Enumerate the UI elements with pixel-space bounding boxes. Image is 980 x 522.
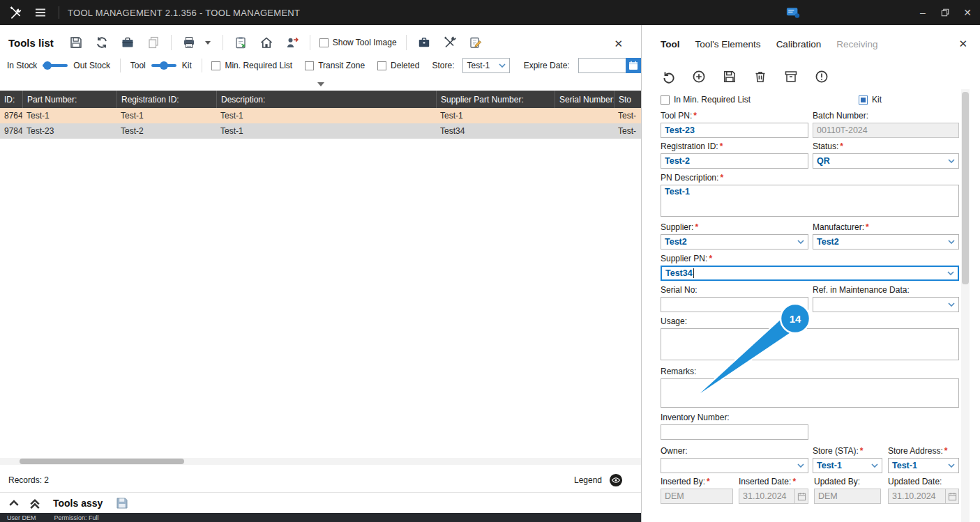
owner-select[interactable]	[661, 458, 808, 473]
legend-button[interactable]	[609, 473, 623, 487]
out-stock-label: Out Stock	[73, 61, 110, 70]
tool-pn-label: Tool PN:	[661, 111, 692, 121]
vertical-scrollbar[interactable]	[961, 89, 970, 522]
refresh-button[interactable]	[93, 34, 110, 51]
clipboard-button[interactable]	[232, 34, 249, 51]
export-user-button[interactable]	[284, 34, 301, 51]
edit-button[interactable]	[467, 34, 484, 51]
store-filter-select[interactable]: Test-1	[462, 58, 509, 73]
tools-assy-title: Tools assy	[53, 498, 103, 509]
notification-button[interactable]	[785, 4, 801, 21]
add-button[interactable]	[691, 69, 707, 84]
tool-case-button[interactable]	[416, 34, 432, 51]
deleted-checkbox[interactable]: Deleted	[377, 61, 419, 70]
registration-id-input[interactable]	[661, 153, 808, 169]
stock-toggle[interactable]	[43, 61, 68, 70]
inserted-date-value: 31.10.2024	[743, 491, 787, 501]
store-address-value: Test-1	[892, 461, 917, 470]
field-ref-maintenance: Ref. in Maintenance Data:	[813, 285, 959, 312]
column-header-supplier-part-number[interactable]: Supplier Part Number:	[436, 91, 555, 108]
column-header-serial-number[interactable]: Serial Number:	[555, 91, 614, 108]
close-button[interactable]: ✕	[956, 0, 979, 25]
restore-button[interactable]	[934, 0, 956, 25]
field-batch-number: Batch Number:	[813, 111, 959, 138]
store-address-select[interactable]: Test-1	[888, 458, 959, 473]
save-list-button[interactable]	[68, 34, 84, 51]
table-row[interactable]: 9784 Test-23 Test-2 Test-1 Test34 Test-	[0, 123, 641, 139]
menu-button[interactable]	[32, 4, 49, 21]
tool-case-icon	[417, 36, 431, 49]
column-header-part-number[interactable]: Part Number:	[22, 91, 116, 108]
tab-tools-elements[interactable]: Tool's Elements	[695, 39, 761, 49]
expire-date-input[interactable]	[578, 58, 641, 73]
assy-save-button[interactable]	[114, 495, 130, 512]
scrollbar-thumb[interactable]	[962, 92, 969, 284]
remarks-label: Remarks:	[661, 367, 696, 376]
ref-maintenance-select[interactable]	[813, 297, 959, 312]
tools-list-filters: In Stock Out Stock Tool Kit Min. Require…	[0, 56, 641, 75]
tools-assy-bar: Tools assy	[0, 492, 641, 513]
column-header-description[interactable]: Description:	[216, 91, 436, 108]
home-button[interactable]	[258, 34, 275, 51]
clipboard-icon	[234, 36, 248, 49]
expire-date-calendar-button[interactable]	[626, 58, 641, 73]
archive-button[interactable]	[783, 69, 799, 84]
tools-button[interactable]	[442, 34, 458, 51]
column-header-store[interactable]: Sto	[614, 91, 641, 108]
scrollbar-thumb[interactable]	[20, 459, 184, 464]
detail-close-button[interactable]: ✕	[958, 38, 967, 50]
save-detail-button[interactable]	[722, 69, 737, 84]
field-manufacturer: Manufacturer:* Test2	[813, 222, 959, 250]
column-header-registration-id[interactable]: Registration ID:	[116, 91, 216, 108]
required-mark: *	[693, 111, 697, 121]
serial-no-input[interactable]	[661, 297, 808, 312]
detail-options: In Min. Required List Kit	[661, 95, 959, 106]
copy-button[interactable]	[145, 34, 162, 51]
field-updated-by: Updated By:	[814, 477, 881, 504]
tool-pn-input[interactable]	[661, 123, 808, 138]
show-tool-image-checkbox[interactable]: Show Tool Image	[319, 38, 397, 47]
toggle-knob	[43, 61, 52, 70]
updated-date-value: 31.10.2024	[892, 491, 936, 501]
tool-kit-toggle[interactable]	[151, 61, 176, 70]
text-cursor	[693, 268, 694, 278]
undo-button[interactable]	[661, 69, 676, 84]
tab-tool[interactable]: Tool	[661, 39, 680, 49]
transit-zone-checkbox[interactable]: Transit Zone	[305, 61, 365, 70]
manufacturer-select[interactable]: Test2	[813, 234, 959, 250]
tab-calibration[interactable]: Calibration	[776, 39, 822, 49]
chevron-down-icon	[948, 159, 955, 163]
remarks-textarea[interactable]	[661, 378, 959, 408]
tools-list-close-button[interactable]: ✕	[614, 38, 623, 50]
filter-collapse-handle[interactable]	[0, 80, 641, 89]
collapse-all-button[interactable]	[27, 495, 43, 512]
supplier-pn-select[interactable]: Test34	[661, 266, 959, 281]
print-options-button[interactable]	[206, 34, 213, 51]
status-select[interactable]: QR	[813, 153, 959, 169]
inventory-number-input[interactable]	[661, 424, 808, 440]
info-button[interactable]	[814, 69, 829, 84]
supplier-select[interactable]: Test2	[661, 234, 808, 250]
min-required-list-checkbox[interactable]: Min. Required List	[211, 61, 292, 70]
in-min-required-checkbox[interactable]: In Min. Required List	[661, 95, 751, 105]
column-header-id[interactable]: ID:	[0, 91, 22, 108]
delete-button[interactable]	[753, 69, 768, 84]
store-sta-select[interactable]: Test-1	[813, 458, 882, 473]
horizontal-scrollbar[interactable]	[0, 458, 641, 465]
toolbox-button[interactable]	[119, 34, 136, 51]
detail-toolbar	[661, 69, 829, 84]
table-row[interactable]: 8764 Test-1 Test-1 Test-1 Test-1 Test-	[0, 108, 641, 123]
print-button[interactable]	[181, 34, 197, 51]
tab-receiving: Receiving	[836, 39, 877, 49]
field-remarks: Remarks:	[661, 367, 959, 408]
cell-part-number: Test-1	[22, 108, 116, 123]
minimize-button[interactable]: –	[912, 0, 934, 25]
app-window: TOOL MANAGEMENT 2.1.356 - TOOL MANAGEMEN…	[0, 0, 980, 522]
kit-checkbox[interactable]: Kit	[859, 95, 882, 105]
owner-label: Owner:	[661, 446, 688, 456]
usage-textarea[interactable]	[661, 328, 959, 360]
cell-registration-id: Test-2	[116, 123, 216, 139]
collapse-button[interactable]	[6, 495, 22, 512]
pn-description-textarea[interactable]: Test-1	[661, 185, 959, 217]
chevron-down-icon	[948, 302, 955, 307]
